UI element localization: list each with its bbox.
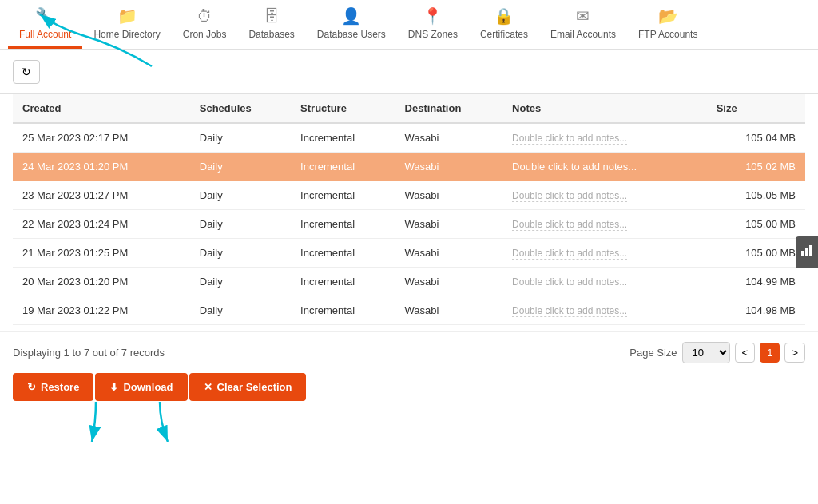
table-row[interactable]: 25 Mar 2023 02:17 PMDailyIncrementalWasa… bbox=[13, 123, 805, 153]
tab-icon-dns-zones: 📍 bbox=[423, 6, 443, 26]
page-size-select[interactable]: 102550100 bbox=[682, 342, 730, 363]
destination-cell: Wasabi bbox=[395, 268, 503, 296]
page-1-button[interactable]: 1 bbox=[760, 343, 780, 363]
tab-label-full-account: Full Account bbox=[19, 29, 71, 40]
created-cell: 19 Mar 2023 01:22 PM bbox=[13, 296, 190, 325]
tab-icon-certificates: 🔒 bbox=[494, 6, 514, 26]
tab-icon-full-account: 🔧 bbox=[35, 6, 55, 26]
tab-label-cron-jobs: Cron Jobs bbox=[183, 29, 227, 40]
schedules-cell: Daily bbox=[190, 153, 291, 181]
notes-cell[interactable]: Double click to add notes... bbox=[502, 123, 707, 153]
nav-tab-full-account[interactable]: 🔧 Full Account bbox=[8, 0, 82, 49]
tab-label-certificates: Certificates bbox=[480, 29, 528, 40]
structure-cell: Incremental bbox=[291, 210, 395, 239]
download-button[interactable]: ⬇ Download bbox=[95, 373, 187, 401]
size-cell: 105.04 MB bbox=[707, 123, 805, 153]
tab-icon-email-accounts: ✉ bbox=[576, 6, 590, 26]
display-count: Displaying 1 to 7 out of 7 records bbox=[13, 347, 165, 359]
download-icon: ⬇ bbox=[109, 381, 118, 393]
structure-cell: Incremental bbox=[291, 181, 395, 210]
nav-tab-ftp-accounts[interactable]: 📂 FTP Accounts bbox=[627, 0, 709, 49]
clear-icon: ✕ bbox=[204, 381, 212, 393]
nav-tab-database-users[interactable]: 👤 Database Users bbox=[306, 0, 397, 49]
col-header-size: Size bbox=[707, 94, 805, 123]
notes-cell[interactable]: Double click to add notes... bbox=[502, 296, 707, 325]
notes-text[interactable]: Double click to add notes... bbox=[512, 161, 637, 173]
destination-cell: Wasabi bbox=[395, 210, 503, 239]
created-cell: 24 Mar 2023 01:20 PM bbox=[13, 153, 190, 181]
schedules-cell: Daily bbox=[190, 296, 291, 325]
created-cell: 23 Mar 2023 01:27 PM bbox=[13, 181, 190, 210]
schedules-cell: Daily bbox=[190, 268, 291, 296]
size-cell: 105.02 MB bbox=[707, 153, 805, 181]
size-cell: 105.00 MB bbox=[707, 210, 805, 239]
nav-tabs: 🔧 Full Account 📁 Home Directory ⏱ Cron J… bbox=[0, 0, 818, 50]
notes-cell[interactable]: Double click to add notes... bbox=[502, 153, 707, 181]
nav-tab-cron-jobs[interactable]: ⏱ Cron Jobs bbox=[172, 0, 238, 49]
notes-text[interactable]: Double click to add notes... bbox=[512, 276, 627, 288]
nav-tab-dns-zones[interactable]: 📍 DNS Zones bbox=[397, 0, 469, 49]
tab-icon-databases: 🗄 bbox=[264, 7, 280, 26]
table-row[interactable]: 19 Mar 2023 01:22 PMDailyIncrementalWasa… bbox=[13, 296, 805, 325]
nav-tab-certificates[interactable]: 🔒 Certificates bbox=[469, 0, 539, 49]
notes-cell[interactable]: Double click to add notes... bbox=[502, 268, 707, 296]
refresh-button[interactable]: ↻ bbox=[13, 60, 40, 84]
size-cell: 104.99 MB bbox=[707, 268, 805, 296]
schedules-cell: Daily bbox=[190, 210, 291, 239]
structure-cell: Incremental bbox=[291, 239, 395, 268]
footer: Displaying 1 to 7 out of 7 records Page … bbox=[0, 331, 818, 373]
tab-label-databases: Databases bbox=[248, 29, 294, 40]
table-row[interactable]: 20 Mar 2023 01:20 PMDailyIncrementalWasa… bbox=[13, 268, 805, 296]
notes-text[interactable]: Double click to add notes... bbox=[512, 190, 627, 202]
destination-cell: Wasabi bbox=[395, 153, 503, 181]
tab-label-home-directory: Home Directory bbox=[93, 29, 160, 40]
table-row[interactable]: 22 Mar 2023 01:24 PMDailyIncrementalWasa… bbox=[13, 210, 805, 239]
schedules-cell: Daily bbox=[190, 181, 291, 210]
structure-cell: Incremental bbox=[291, 123, 395, 153]
structure-cell: Incremental bbox=[291, 296, 395, 325]
tab-label-dns-zones: DNS Zones bbox=[408, 29, 458, 40]
schedules-cell: Daily bbox=[190, 123, 291, 153]
notes-cell[interactable]: Double click to add notes... bbox=[502, 239, 707, 268]
action-buttons: ↻ Restore ⬇ Download ✕ Clear Selection bbox=[0, 373, 818, 414]
created-cell: 25 Mar 2023 02:17 PM bbox=[13, 123, 190, 153]
structure-cell: Incremental bbox=[291, 268, 395, 296]
tab-icon-cron-jobs: ⏱ bbox=[197, 7, 212, 26]
next-page-button[interactable]: > bbox=[784, 343, 805, 363]
created-cell: 21 Mar 2023 01:25 PM bbox=[13, 239, 190, 268]
size-cell: 105.05 MB bbox=[707, 181, 805, 210]
schedules-cell: Daily bbox=[190, 239, 291, 268]
table-container: CreatedSchedulesStructureDestinationNote… bbox=[0, 94, 818, 325]
nav-tab-home-directory[interactable]: 📁 Home Directory bbox=[82, 0, 171, 49]
nav-tab-databases[interactable]: 🗄 Databases bbox=[237, 0, 305, 49]
tab-label-ftp-accounts: FTP Accounts bbox=[638, 29, 697, 40]
tab-icon-ftp-accounts: 📂 bbox=[658, 6, 678, 26]
download-label: Download bbox=[123, 381, 173, 393]
notes-text[interactable]: Double click to add notes... bbox=[512, 305, 627, 317]
restore-label: Restore bbox=[41, 381, 79, 393]
notes-text[interactable]: Double click to add notes... bbox=[512, 248, 627, 260]
svg-rect-4 bbox=[805, 248, 808, 256]
nav-tab-email-accounts[interactable]: ✉ Email Accounts bbox=[539, 0, 627, 49]
table-row[interactable]: 23 Mar 2023 01:27 PMDailyIncrementalWasa… bbox=[13, 181, 805, 210]
pagination: Page Size 102550100 < 1 > bbox=[629, 342, 805, 363]
table-row[interactable]: 24 Mar 2023 01:20 PMDailyIncrementalWasa… bbox=[13, 153, 805, 181]
col-header-destination: Destination bbox=[395, 94, 503, 123]
tab-label-email-accounts: Email Accounts bbox=[550, 29, 616, 40]
page-size-label: Page Size bbox=[629, 347, 677, 359]
notes-text[interactable]: Double click to add notes... bbox=[512, 133, 627, 145]
col-header-created: Created bbox=[13, 94, 190, 123]
tab-icon-database-users: 👤 bbox=[341, 6, 361, 26]
clear-selection-button[interactable]: ✕ Clear Selection bbox=[189, 373, 307, 401]
restore-button[interactable]: ↻ Restore bbox=[13, 373, 93, 401]
destination-cell: Wasabi bbox=[395, 239, 503, 268]
side-stats-button[interactable] bbox=[796, 236, 818, 268]
prev-page-button[interactable]: < bbox=[735, 343, 756, 363]
notes-cell[interactable]: Double click to add notes... bbox=[502, 181, 707, 210]
notes-text[interactable]: Double click to add notes... bbox=[512, 219, 627, 231]
svg-rect-5 bbox=[809, 245, 812, 256]
table-row[interactable]: 21 Mar 2023 01:25 PMDailyIncrementalWasa… bbox=[13, 239, 805, 268]
notes-cell[interactable]: Double click to add notes... bbox=[502, 210, 707, 239]
col-header-schedules: Schedules bbox=[190, 94, 291, 123]
created-cell: 20 Mar 2023 01:20 PM bbox=[13, 268, 190, 296]
